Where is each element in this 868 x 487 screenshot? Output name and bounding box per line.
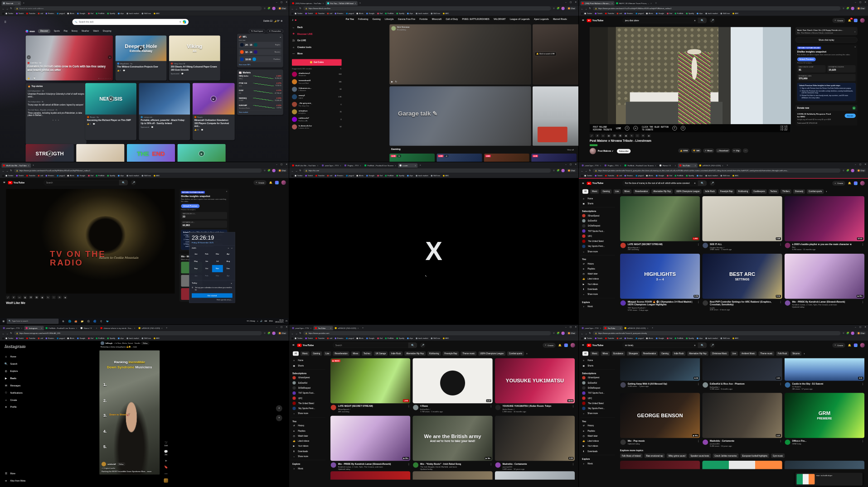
news-thumbnail[interactable]: [139, 83, 190, 115]
sidebar-subscription[interactable]: IShowSpeed: [580, 375, 615, 380]
tiktok-nav-item[interactable]: VALORANT: [494, 18, 505, 20]
search-input[interactable]: Search: [333, 342, 408, 348]
prev-icon[interactable]: ⏮: [625, 126, 630, 130]
instagram-nav-item[interactable]: ◎Explore: [4, 367, 54, 375]
filter-chip[interactable]: Theme music: [461, 351, 476, 356]
previous-reel-button[interactable]: ˄: [276, 405, 282, 411]
show-more-button[interactable]: ⌄Show more: [580, 249, 615, 254]
filter-chip[interactable]: Music: [301, 351, 310, 356]
address-bar[interactable]: 🔒https://x.com: [303, 169, 551, 173]
tray-up-icon[interactable]: ˄: [257, 320, 258, 322]
browser-tab[interactable]: FotMob - Football Live Scores✕: [44, 326, 79, 330]
filter-chip[interactable]: Freestyle Rap: [718, 189, 735, 194]
comment-icon[interactable]: 💬: [93, 123, 95, 125]
back-button[interactable]: ←: [291, 169, 294, 172]
tiktok-logo[interactable]: ♪: [292, 17, 342, 24]
tiktok-sidebar-item[interactable]: ⊛Discover LIVE: [292, 30, 342, 37]
browser-tab[interactable]: YouTube✕: [678, 163, 698, 168]
up-next-card[interactable]: Next: Ram Ranch Clean Ver. (18 Happy Fri…: [795, 27, 858, 35]
apps-icon[interactable]: ⊞: [2, 337, 4, 340]
channel-avatar[interactable]: [703, 382, 708, 388]
bookmark[interactable]: Google: [77, 13, 85, 15]
video-title[interactable]: Madreblu - Certamente: [710, 439, 778, 442]
bookmark[interactable]: Twitter: [584, 175, 592, 177]
bookmark[interactable]: Youtube: [315, 13, 325, 15]
calendar-month[interactable]: Feb: [201, 272, 212, 280]
calendar-month[interactable]: Jul: [212, 258, 223, 265]
notifications-bell-icon[interactable]: 🔔: [269, 181, 272, 184]
filter-chip[interactable]: Gaming: [601, 189, 612, 194]
bookmark[interactable]: utd: [327, 175, 332, 177]
filter-chip[interactable]: Raw emotional rap: [644, 453, 664, 458]
bookmark[interactable]: utd: [617, 13, 622, 15]
forward-button[interactable]: →: [296, 332, 298, 335]
window-controls[interactable]: –▢✕: [276, 326, 287, 328]
more-icon[interactable]: ⋮: [490, 405, 492, 413]
mic-icon[interactable]: 🎤: [709, 342, 715, 348]
browser-tab[interactable]: (196) Post Malone x Nirvan...✕: [580, 1, 614, 5]
new-tab-button[interactable]: ＋: [726, 164, 728, 166]
bookmark[interactable]: ABC: [732, 338, 739, 340]
more-icon[interactable]: ⋮: [780, 439, 782, 447]
search-input[interactable]: Search: [44, 180, 119, 185]
filter-chip[interactable]: Indie Rock: [703, 189, 717, 194]
filter-chip[interactable]: Goalkeepers: [752, 189, 766, 194]
get-started-button[interactable]: Get started: [192, 293, 233, 298]
close-tab-icon[interactable]: ✕: [395, 164, 396, 166]
bookmark[interactable]: Emotes: [46, 175, 54, 177]
player-tool-icon[interactable]: ▭: [601, 134, 605, 137]
extensions-icon[interactable]: 🧩: [267, 169, 270, 172]
bookmark-star-icon[interactable]: ☆: [843, 332, 844, 335]
filter-chip[interactable]: Sitcoms: [790, 351, 801, 356]
bookmark[interactable]: Google: [656, 13, 664, 15]
tiktok-nav-item[interactable]: Minecraft: [432, 18, 441, 20]
news-card[interactable]: sumup.com Portable, efficient, powerful …: [139, 83, 190, 140]
filter-chip[interactable]: All: [293, 351, 299, 356]
bookmark[interactable]: Gol: [88, 175, 93, 177]
market-row[interactable]: ISEQ IndexISEQ-0.46%11,894.09: [239, 74, 281, 81]
browser-tab[interactable]: Wolf Like Me - YouTube✕: [1, 163, 31, 168]
filter-chip[interactable]: Reverberation: [333, 351, 349, 356]
news-thumbnail[interactable]: Deepest HoleExtreme Railway ▶: [116, 35, 167, 61]
bookmark[interactable]: ABC: [154, 338, 160, 340]
filter-chip[interactable]: Mixes: [622, 189, 631, 194]
live-creator-row[interactable]: l.bloomer.es...L Bloomer64: [292, 86, 342, 93]
bookmark[interactable]: Google: [77, 175, 85, 177]
bookmark[interactable]: clips: [407, 175, 413, 177]
bookmark[interactable]: utd: [38, 338, 43, 340]
bookmark[interactable]: Alerts: [357, 13, 364, 15]
bookmark[interactable]: FotMob: [675, 175, 684, 177]
bookmark[interactable]: Youtube: [26, 175, 35, 177]
player-tool-icon[interactable]: ⤢: [590, 134, 594, 137]
sidebar-subscription[interactable]: DrDisRespect: [580, 386, 615, 391]
filter-chip[interactable]: Combat sports: [507, 351, 524, 356]
close-tab-icon[interactable]: ✕: [354, 2, 356, 4]
extensions-icon[interactable]: 🧩: [846, 169, 849, 172]
notifications-bell-icon[interactable]: 🔔: [848, 182, 851, 185]
video-thumbnail[interactable]: GRMPREMIERE: [785, 393, 864, 438]
extension-icon[interactable]: [564, 343, 568, 347]
bookmark[interactable]: ABC: [443, 338, 449, 340]
close-tab-icon[interactable]: ✕: [41, 327, 42, 329]
clear-search-icon[interactable]: ✕: [694, 182, 696, 184]
chevron-down-icon[interactable]: ⌄: [854, 30, 856, 33]
top-story[interactable]: The Independent · 3hTrump says he will c…: [28, 100, 84, 106]
msn-nav-item[interactable]: Shopping: [102, 29, 112, 33]
nfl-game-row[interactable]: 32 - 14Ravens: [239, 49, 281, 55]
apps-icon[interactable]: ⊞: [291, 174, 293, 177]
bookmark[interactable]: Emotes: [46, 338, 54, 340]
bookmark[interactable]: Skill tree: [431, 13, 441, 15]
window-controls[interactable]: –▢✕: [565, 1, 577, 3]
account-avatar[interactable]: [281, 180, 286, 185]
hero-story[interactable]: ‹ › Cork Beo · 5d Emirates to recruit ca…: [25, 35, 113, 81]
video-thumbnail[interactable]: ▶ Mix: [785, 254, 864, 299]
profile-avatar[interactable]: [272, 169, 275, 172]
bookmark[interactable]: Gol: [88, 13, 93, 15]
play-icon[interactable]: ▶: [391, 80, 393, 83]
personalise-button[interactable]: ✦Personalise: [267, 29, 283, 34]
chevron-right-icon[interactable]: ›: [526, 352, 527, 355]
video-title[interactable]: YOUSUKE YUK1MATSU | Boiler Room: Tokyo: [503, 405, 571, 408]
video-card[interactable]: 4:26 Getting Away With It (All Messed Up…: [620, 358, 700, 391]
back-button[interactable]: ←: [2, 332, 5, 335]
address-bar[interactable]: 🔒https://www.youtube.com/watch?v=fTnaGdy…: [593, 6, 841, 10]
